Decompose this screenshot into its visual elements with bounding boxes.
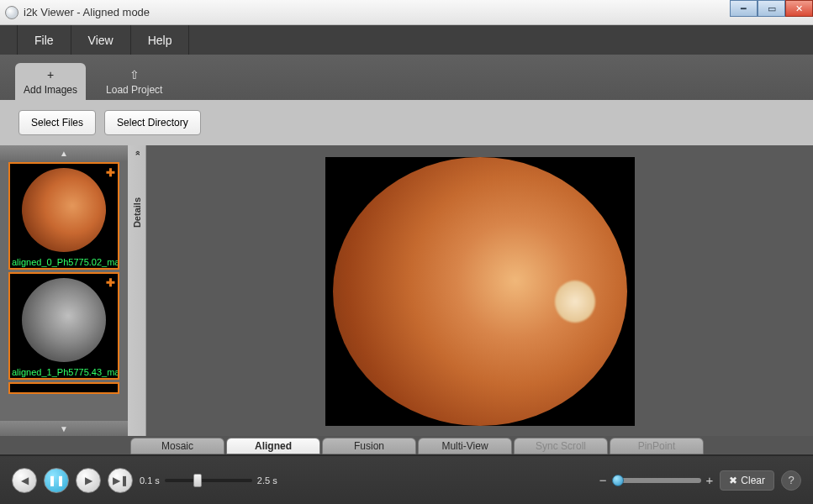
pause-button[interactable]: ❚❚: [44, 468, 69, 493]
window-title: i2k Viewer - Aligned mode: [24, 6, 150, 18]
viewtab-pinpoint: PinPoint: [610, 438, 704, 454]
tab-add-images-label: Add Images: [24, 84, 77, 96]
zoom-track[interactable]: [612, 478, 701, 483]
viewtab-syncscroll: Sync Scroll: [514, 438, 608, 454]
viewtab-fusion[interactable]: Fusion: [322, 438, 416, 454]
thumbnail-sidebar: ▲ ✚ aligned_0_Ph5775.02_mag ✚ aligned_1_…: [0, 145, 128, 436]
add-thumb-icon[interactable]: ✚: [106, 276, 115, 289]
canvas: [325, 157, 635, 426]
thumbnail-list: ✚ aligned_0_Ph5775.02_mag ✚ aligned_1_Ph…: [0, 160, 128, 421]
thumbnail-item[interactable]: [8, 382, 119, 394]
details-label: Details: [132, 197, 142, 228]
thumbnail-item[interactable]: ✚ aligned_0_Ph5775.02_mag: [8, 162, 119, 270]
plus-icon: +: [47, 68, 54, 81]
menu-file[interactable]: File: [17, 25, 71, 55]
window-controls: ━ ▭ ✕: [730, 0, 813, 17]
thumbs-scroll-up[interactable]: ▲: [0, 145, 128, 160]
zoom-in-icon[interactable]: +: [706, 473, 714, 487]
help-button[interactable]: ?: [781, 470, 801, 491]
playback-bar: ◀ ❚❚ ▶ ▶❚ 0.1 s 2.5 s − + ✖ Clear ?: [0, 454, 813, 504]
fundus-image: [333, 157, 627, 426]
zoom-thumb[interactable]: [612, 475, 624, 486]
speed-max-label: 2.5 s: [257, 475, 277, 486]
viewtab-multiview[interactable]: Multi-View: [418, 438, 512, 454]
thumbs-scroll-down[interactable]: ▼: [0, 421, 128, 436]
menubar: File View Help: [0, 25, 813, 55]
upload-icon: ⇧: [129, 68, 140, 81]
thumbnail-label: aligned_0_Ph5775.02_mag: [10, 256, 118, 268]
button-row: Select Files Select Directory: [0, 100, 813, 145]
viewtab-aligned[interactable]: Aligned: [226, 438, 320, 454]
view-mode-tabs: Mosaic Aligned Fusion Multi-View Sync Sc…: [0, 436, 813, 454]
maximize-button[interactable]: ▭: [758, 0, 785, 17]
x-icon: ✖: [729, 475, 737, 486]
zoom-control: − +: [599, 473, 714, 487]
minimize-button[interactable]: ━: [730, 0, 758, 17]
prev-frame-button[interactable]: ◀: [12, 468, 37, 493]
select-files-button[interactable]: Select Files: [18, 110, 96, 135]
add-thumb-icon[interactable]: ✚: [106, 166, 115, 179]
titlebar: i2k Viewer - Aligned mode ━ ▭ ✕: [0, 0, 813, 25]
menu-view[interactable]: View: [71, 25, 131, 55]
zoom-out-icon[interactable]: −: [599, 473, 607, 487]
viewtab-mosaic[interactable]: Mosaic: [130, 438, 224, 454]
tab-load-project-label: Load Project: [106, 84, 162, 96]
speed-thumb[interactable]: [193, 474, 202, 487]
clear-button[interactable]: ✖ Clear: [720, 470, 774, 491]
thumbnail-item[interactable]: ✚ aligned_1_Ph5775.43_mag: [8, 272, 119, 380]
main-area: ▲ ✚ aligned_0_Ph5775.02_mag ✚ aligned_1_…: [0, 145, 813, 436]
details-panel-handle[interactable]: » Details: [128, 145, 146, 436]
toolbar-tabs: + Add Images ⇧ Load Project: [0, 55, 813, 100]
select-directory-button[interactable]: Select Directory: [104, 110, 201, 135]
optic-disc: [555, 281, 595, 323]
close-button[interactable]: ✕: [785, 0, 813, 17]
tab-add-images[interactable]: + Add Images: [15, 63, 86, 100]
menu-help[interactable]: Help: [131, 25, 190, 55]
speed-slider: 0.1 s 2.5 s: [140, 475, 277, 486]
tab-load-project[interactable]: ⇧ Load Project: [98, 63, 171, 100]
play-button[interactable]: ▶: [76, 468, 101, 493]
thumbnail-image: [10, 164, 118, 256]
next-frame-button[interactable]: ▶❚: [108, 468, 133, 493]
image-viewer[interactable]: [146, 145, 813, 436]
speed-track[interactable]: [165, 479, 252, 482]
app-icon: [5, 6, 18, 19]
thumbnail-label: aligned_1_Ph5775.43_mag: [10, 366, 118, 378]
chevron-right-icon: »: [132, 150, 142, 155]
clear-label: Clear: [741, 475, 765, 486]
speed-min-label: 0.1 s: [140, 475, 160, 486]
thumbnail-image: [10, 274, 118, 366]
